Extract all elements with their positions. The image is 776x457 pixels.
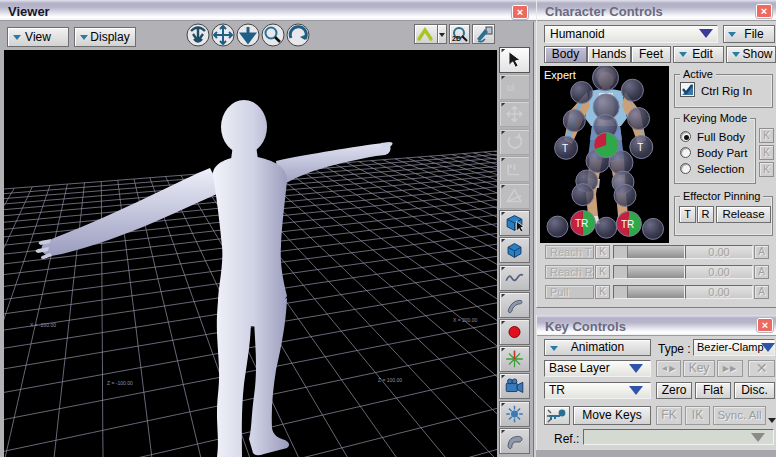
svg-text:2D: 2D bbox=[452, 35, 461, 42]
svg-text:X = -200.00: X = -200.00 bbox=[30, 322, 56, 328]
svg-text:T: T bbox=[637, 142, 643, 153]
svg-text:X = 200.00: X = 200.00 bbox=[453, 317, 478, 323]
svg-text:td: td bbox=[507, 83, 514, 93]
svg-text:Z = -100.00: Z = -100.00 bbox=[107, 380, 133, 386]
svg-text:TR: TR bbox=[621, 219, 634, 230]
svg-text:T: T bbox=[562, 143, 568, 154]
svg-text:TR: TR bbox=[575, 218, 588, 229]
svg-text:Z = 100.00: Z = 100.00 bbox=[378, 377, 402, 383]
